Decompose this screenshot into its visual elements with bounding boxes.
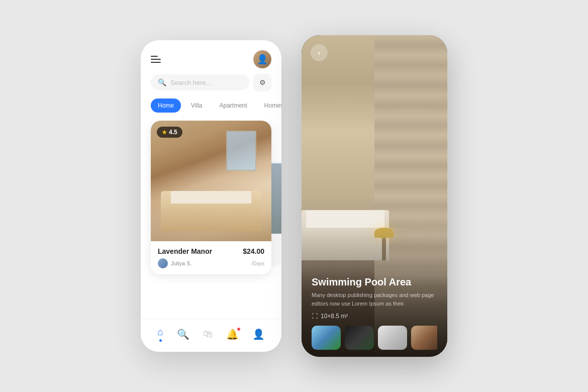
card-price: $24.00 bbox=[243, 247, 264, 255]
search-icon: 🔍 bbox=[158, 78, 166, 86]
detail-title: Swimming Pool Area bbox=[312, 276, 437, 288]
thumbnail-1[interactable] bbox=[312, 326, 341, 350]
phone-header bbox=[141, 40, 281, 73]
notification-badge bbox=[237, 327, 241, 331]
card-title-row: Lavender Manor $24.00 bbox=[158, 247, 264, 255]
tab-home[interactable]: Home bbox=[151, 99, 181, 113]
bedroom-bed bbox=[161, 191, 261, 231]
left-phone: 🔍 Search here... ⚙ Home Villa Apartment … bbox=[141, 40, 281, 352]
bedroom-background bbox=[151, 121, 271, 241]
back-button[interactable]: ‹ bbox=[311, 44, 328, 61]
rating-badge: ★ 4.5 bbox=[157, 127, 182, 138]
thumbnail-row bbox=[312, 326, 437, 350]
detail-size-row: ⛶ 10×8.5 m² bbox=[312, 313, 437, 320]
price-unit: /Days bbox=[251, 261, 264, 266]
thumbnail-3[interactable] bbox=[378, 326, 407, 350]
menu-button[interactable] bbox=[151, 56, 161, 63]
back-arrow-icon: ‹ bbox=[318, 49, 321, 57]
tab-apartment[interactable]: Apartment bbox=[212, 99, 254, 113]
tabs-row: Home Villa Apartment Homestay bbox=[141, 99, 281, 121]
nav-item-bag[interactable]: 🛍 bbox=[203, 328, 213, 340]
bottom-nav: ⌂ 🔍 🛍 🔔 👤 bbox=[141, 319, 281, 352]
search-nav-icon: 🔍 bbox=[177, 328, 189, 340]
star-icon: ★ bbox=[162, 129, 167, 136]
detail-description: Many desktop publishing packages and web… bbox=[312, 291, 437, 308]
detail-image: ‹ Swimming Pool Area Many desktop publis… bbox=[302, 35, 447, 357]
resize-icon: ⛶ bbox=[312, 313, 318, 320]
search-box[interactable]: 🔍 Search here... bbox=[151, 74, 249, 90]
thumbnail-2[interactable] bbox=[345, 326, 374, 350]
bedroom-window bbox=[226, 131, 256, 171]
detail-info-overlay: Swimming Pool Area Many desktop publishi… bbox=[302, 268, 447, 357]
search-row: 🔍 Search here... ⚙ bbox=[141, 73, 281, 99]
host-info: Juliya S. bbox=[158, 258, 192, 268]
nav-item-bell[interactable]: 🔔 bbox=[226, 328, 239, 340]
hotel-lamp bbox=[382, 235, 386, 260]
search-input[interactable]: Search here... bbox=[170, 79, 212, 86]
filter-button[interactable]: ⚙ bbox=[253, 73, 271, 91]
card-title: Lavender Manor bbox=[158, 247, 212, 255]
detail-size: 10×8.5 m² bbox=[321, 313, 348, 320]
nav-item-search[interactable]: 🔍 bbox=[177, 328, 189, 340]
tab-villa[interactable]: Villa bbox=[184, 99, 209, 113]
avatar[interactable] bbox=[253, 50, 271, 68]
nav-active-dot bbox=[159, 339, 162, 342]
thumbnail-4[interactable] bbox=[411, 326, 437, 350]
nav-item-home[interactable]: ⌂ bbox=[157, 326, 163, 342]
hotel-bed bbox=[302, 210, 389, 260]
card-area: ★ 4.5 Lavender Manor $24.00 Juliya S. /D… bbox=[141, 121, 281, 319]
host-name: Juliya S. bbox=[171, 260, 192, 266]
bag-nav-icon: 🛍 bbox=[203, 328, 213, 340]
right-phone: ‹ Swimming Pool Area Many desktop publis… bbox=[302, 35, 447, 357]
card-image: ★ 4.5 bbox=[151, 121, 271, 241]
home-nav-icon: ⌂ bbox=[157, 326, 163, 338]
property-card[interactable]: ★ 4.5 Lavender Manor $24.00 Juliya S. /D… bbox=[151, 121, 271, 274]
card-host-row: Juliya S. /Days bbox=[158, 258, 264, 268]
rating-value: 4.5 bbox=[169, 129, 177, 136]
profile-nav-icon: 👤 bbox=[252, 328, 265, 340]
nav-item-profile[interactable]: 👤 bbox=[252, 328, 265, 340]
filter-icon: ⚙ bbox=[259, 78, 266, 86]
tab-homestay[interactable]: Homestay bbox=[257, 99, 281, 113]
host-avatar bbox=[158, 258, 168, 268]
card-info: Lavender Manor $24.00 Juliya S. /Days bbox=[151, 241, 271, 274]
